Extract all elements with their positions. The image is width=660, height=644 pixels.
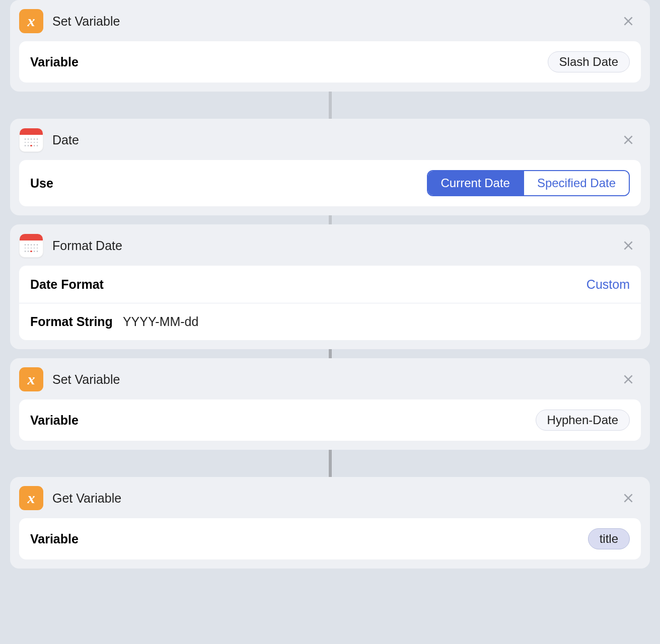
param-row: Format StringYYYY-MM-dd	[19, 303, 641, 340]
action-title: Date	[52, 133, 610, 147]
param-label: Variable	[30, 413, 79, 428]
action-header: Format Date	[19, 233, 641, 266]
close-icon[interactable]	[619, 236, 638, 255]
action-body: VariableHyphen-Date	[19, 399, 641, 441]
param-row: UseCurrent DateSpecified Date	[19, 160, 641, 206]
param-row: VariableHyphen-Date	[19, 399, 641, 441]
calendar-icon	[19, 128, 43, 152]
action-title: Format Date	[52, 238, 610, 253]
param-row: Date FormatCustom	[19, 266, 641, 303]
action-body: Variabletitle	[19, 518, 641, 559]
action-card-set-var-1[interactable]: xSet VariableVariableSlash Date	[10, 0, 650, 92]
segmented-option[interactable]: Specified Date	[523, 171, 629, 195]
param-row: VariableSlash Date	[19, 41, 641, 83]
action-card-date[interactable]: DateUseCurrent DateSpecified Date	[10, 119, 650, 215]
variable-icon: x	[19, 9, 43, 33]
action-title: Set Variable	[52, 372, 610, 387]
param-row: Variabletitle	[19, 518, 641, 559]
action-title: Set Variable	[52, 14, 610, 29]
param-label: Use	[30, 176, 53, 191]
calendar-icon	[19, 233, 43, 258]
param-label: Variable	[30, 532, 79, 546]
param-label: Format String	[30, 314, 113, 329]
param-label: Date Format	[30, 277, 104, 292]
action-title: Get Variable	[52, 491, 610, 506]
variable-icon: x	[19, 367, 43, 391]
variable-icon: x	[19, 486, 43, 510]
action-header: Date	[19, 128, 641, 160]
variable-token[interactable]: Hyphen-Date	[536, 410, 630, 431]
action-body: UseCurrent DateSpecified Date	[19, 160, 641, 206]
close-icon[interactable]	[619, 489, 638, 508]
action-card-get-var[interactable]: xGet VariableVariabletitle	[10, 477, 650, 569]
action-card-set-var-2[interactable]: xSet VariableVariableHyphen-Date	[10, 358, 650, 450]
close-icon[interactable]	[619, 130, 638, 149]
segmented-option[interactable]: Current Date	[428, 171, 523, 195]
param-value-text[interactable]: YYYY-MM-dd	[123, 314, 199, 329]
param-label: Variable	[30, 55, 79, 69]
segmented-control: Current DateSpecified Date	[427, 170, 630, 196]
close-icon[interactable]	[619, 370, 638, 389]
close-icon[interactable]	[619, 12, 638, 31]
param-value-link[interactable]: Custom	[586, 277, 630, 292]
action-header: xSet Variable	[19, 9, 641, 41]
variable-token[interactable]: title	[588, 528, 630, 549]
variable-token[interactable]: Slash Date	[548, 51, 630, 72]
action-header: xSet Variable	[19, 367, 641, 399]
action-body: VariableSlash Date	[19, 41, 641, 83]
action-header: xGet Variable	[19, 486, 641, 518]
workflow-canvas: xSet VariableVariableSlash DateDateUseCu…	[0, 0, 660, 579]
action-card-format-date[interactable]: Format DateDate FormatCustomFormat Strin…	[10, 224, 650, 349]
action-body: Date FormatCustomFormat StringYYYY-MM-dd	[19, 266, 641, 340]
